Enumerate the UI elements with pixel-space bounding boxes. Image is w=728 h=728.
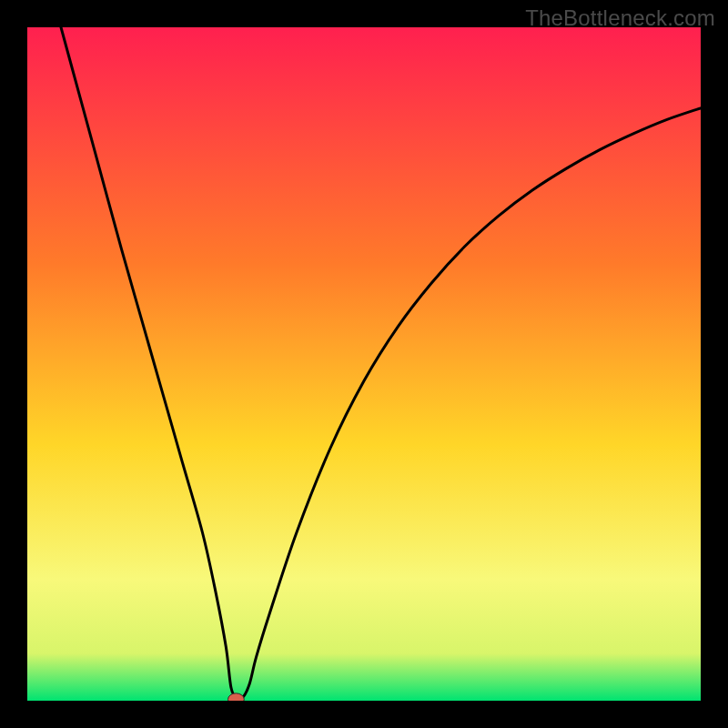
watermark-text: TheBottleneck.com bbox=[525, 5, 715, 31]
bottleneck-chart bbox=[27, 27, 701, 701]
gradient-background bbox=[27, 27, 701, 701]
plot-area bbox=[27, 27, 701, 701]
chart-frame: TheBottleneck.com bbox=[0, 0, 728, 728]
